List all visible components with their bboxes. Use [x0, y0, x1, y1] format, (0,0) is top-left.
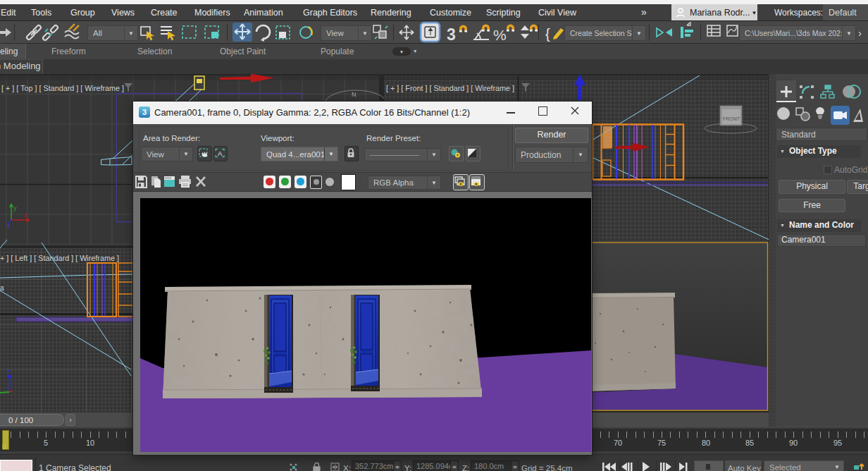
svg-text:[ + ] [ Top ] [ Standard ] [ W: [ + ] [ Top ] [ Standard ] [ Wireframe ] [1, 84, 124, 92]
svg-text:A: A [218, 149, 223, 157]
svg-text:{: { [545, 26, 550, 42]
svg-text:3: 3 [447, 25, 456, 43]
svg-text:%: % [493, 27, 507, 43]
svg-text:N: N [352, 91, 356, 98]
svg-text:+ ] [ Left ] [ Standard ] [ Wi: + ] [ Left ] [ Standard ] [ Wireframe ] [0, 254, 119, 262]
svg-text:z: z [7, 367, 10, 374]
svg-text:a: a [0, 284, 4, 292]
svg-text:x: x [24, 212, 27, 219]
svg-text:[ + ] [ Front ] [ Standard ] [: [ + ] [ Front ] [ Standard ] [ Wireframe… [386, 84, 514, 92]
svg-text:y: y [13, 204, 17, 212]
svg-text:z: z [7, 222, 11, 229]
svg-text:FRONT: FRONT [723, 116, 740, 121]
svg-text:›: › [858, 27, 862, 39]
